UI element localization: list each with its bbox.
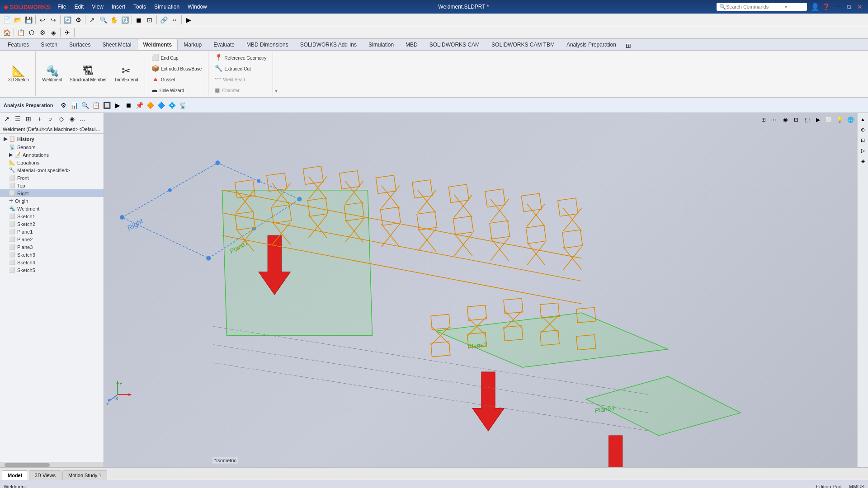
menu-edit[interactable]: Edit (71, 3, 88, 11)
analysis-btn-5[interactable]: 🔲 (102, 100, 112, 110)
panel-circle-btn[interactable]: ○ (45, 114, 55, 124)
viewport[interactable]: Right Plane1 (104, 113, 868, 467)
mate-btn[interactable]: 🔗 (159, 15, 169, 25)
ribbon-btn-ref-geo[interactable]: 📍 Reference Geometry (212, 52, 269, 62)
bottom-tab-motion[interactable]: Motion Study 1 (62, 470, 107, 480)
minimize-button[interactable]: ─ (834, 2, 843, 11)
ribbon-btn-trim[interactable]: ✂ Trim/Extend (111, 64, 141, 84)
right-panel-btn-5[interactable]: ◈ (859, 156, 868, 165)
right-panel-btn-1[interactable]: ▲ (859, 115, 868, 124)
panel-select-btn[interactable]: ↗ (2, 114, 12, 124)
ribbon-expand-btn[interactable]: ▾ (275, 88, 278, 96)
tab-mbd[interactable]: MBD (400, 39, 424, 50)
redo-btn[interactable]: ↪ (48, 15, 58, 25)
menu-insert[interactable]: Insert (108, 3, 129, 11)
panel-filter-btn[interactable]: ◈ (67, 114, 77, 124)
analysis-btn-3[interactable]: 🔍 (80, 100, 90, 110)
part-btn[interactable]: ⬡ (27, 28, 37, 38)
analysis-btn-10[interactable]: 🔷 (156, 100, 166, 110)
left-panel-scroll-thumb[interactable] (5, 463, 50, 467)
ribbon-options-btn[interactable]: ⊞ (624, 41, 633, 50)
ribbon-btn-hole-wizard[interactable]: 🕳 Hole Wizard (149, 85, 187, 95)
ribbon-btn-extruded-cut[interactable]: 🔧 Extruded Cut (212, 63, 253, 73)
rebuild-btn[interactable]: 🔄 (62, 15, 72, 25)
tree-item-plane1[interactable]: ⬜ Plane1 (0, 228, 104, 235)
tab-sketch[interactable]: Sketch (35, 39, 63, 50)
menu-simulation[interactable]: Simulation (151, 3, 183, 11)
ribbon-btn-weldment[interactable]: 🔩 Weldment (39, 64, 65, 84)
display-style-btn[interactable]: ◼ (134, 15, 144, 25)
ribbon-btn-structural[interactable]: 🏗 Structural Member (67, 64, 109, 84)
tab-markup[interactable]: Markup (178, 39, 208, 50)
open-btn[interactable]: 📂 (13, 15, 23, 25)
close-button[interactable]: ✕ (855, 2, 864, 11)
tree-item-sketch5[interactable]: ⬜ Sketch5 (0, 266, 104, 274)
menu-file[interactable]: File (54, 3, 70, 11)
tab-sheet-metal[interactable]: Sheet Metal (96, 39, 137, 50)
ribbon-btn-3d-sketch[interactable]: 📐 3D Sketch (5, 64, 32, 84)
smart-dim-btn[interactable]: ↔ (170, 15, 179, 25)
tree-item-material[interactable]: 🔧 Material <not specified> (0, 166, 104, 174)
viewport-btn-7[interactable]: ⬜ (824, 115, 834, 125)
panel-dim-btn[interactable]: + (34, 114, 44, 124)
viewport-btn-9[interactable]: 🌐 (845, 115, 855, 125)
simulation-btn[interactable]: ▶ (184, 15, 193, 25)
tree-item-weldment[interactable]: 🔩 Weldment (0, 205, 104, 212)
ribbon-btn-gusset[interactable]: 🔺 Gusset (149, 74, 185, 84)
tree-item-plane2[interactable]: ⬜ Plane2 (0, 235, 104, 243)
panel-list-btn[interactable]: ☰ (13, 114, 23, 124)
search-commands-box[interactable]: 🔍 ▾ (717, 3, 807, 11)
tree-item-sketch3[interactable]: ⬜ Sketch3 (0, 251, 104, 258)
tree-item-right[interactable]: ⬜ Right (0, 189, 104, 197)
zoom-btn[interactable]: 🔍 (98, 15, 108, 25)
tab-addins[interactable]: SOLIDWORKS Add-Ins (294, 39, 363, 50)
tree-item-plane3[interactable]: ⬜ Plane3 (0, 243, 104, 251)
new2-btn[interactable]: 📋 (16, 28, 26, 38)
new-btn[interactable]: 📄 (2, 15, 12, 25)
right-panel-btn-3[interactable]: ⊡ (859, 136, 868, 145)
analysis-btn-11[interactable]: 💠 (167, 100, 177, 110)
tree-item-sensors[interactable]: 📡 Sensors (0, 143, 104, 151)
menu-tools[interactable]: Tools (130, 3, 150, 11)
fly-btn[interactable]: ✈ (62, 28, 72, 38)
tab-evaluate[interactable]: Evaluate (208, 39, 241, 50)
viewport-btn-5[interactable]: ⬚ (802, 115, 812, 125)
tree-item-sketch1[interactable]: ⬜ Sketch1 (0, 212, 104, 220)
ribbon-btn-endcap[interactable]: ⬜ End Cap (149, 52, 185, 62)
tab-simulation[interactable]: Simulation (363, 39, 400, 50)
analysis-btn-2[interactable]: 📊 (69, 100, 79, 110)
tree-item-annotations[interactable]: ▶ 📝 Annotations (0, 151, 104, 159)
tree-header-history[interactable]: ▶ 📋 History (0, 135, 104, 143)
panel-feature-btn[interactable]: ⊞ (24, 114, 33, 124)
bottom-tab-3d-views[interactable]: 3D Views (29, 470, 61, 480)
ribbon-btn-extruded-boss[interactable]: 📦 Extruded Boss/Base (149, 63, 205, 73)
user-icon[interactable]: 👤 (811, 3, 820, 11)
tab-cam-tbm[interactable]: SOLIDWORKS CAM TBM (486, 39, 561, 50)
analysis-btn-8[interactable]: 📌 (134, 100, 144, 110)
tree-item-front[interactable]: ⬜ Front (0, 174, 104, 182)
menu-window[interactable]: Window (184, 3, 211, 11)
section-view-btn[interactable]: ⊡ (145, 15, 155, 25)
rotate-btn[interactable]: 🔃 (120, 15, 130, 25)
options-btn[interactable]: ⚙ (73, 15, 83, 25)
viewport-btn-6[interactable]: ▶ (813, 115, 823, 125)
analysis-btn-4[interactable]: 📋 (91, 100, 101, 110)
ribbon-btn-weld-bead[interactable]: 〰 Weld Bead (212, 74, 248, 84)
panel-diamond-btn[interactable]: ◇ (56, 114, 66, 124)
tree-item-sketch2[interactable]: ⬜ Sketch2 (0, 220, 104, 228)
pan-btn[interactable]: ✋ (109, 15, 119, 25)
tree-item-origin[interactable]: ✛ Origin (0, 197, 104, 205)
tab-mbd-dim[interactable]: MBD Dimensions (241, 39, 294, 50)
home-btn[interactable]: 🏠 (2, 28, 12, 38)
analysis-btn-12[interactable]: 📡 (178, 100, 188, 110)
left-panel-scrollbar[interactable] (0, 462, 104, 467)
viewport-btn-3[interactable]: ◉ (780, 115, 790, 125)
viewport-btn-2[interactable]: ↔ (769, 115, 779, 125)
tree-item-top[interactable]: ⬜ Top (0, 182, 104, 189)
help-icon[interactable]: ❓ (822, 3, 830, 10)
panel-more-btn[interactable]: … (78, 114, 88, 124)
tree-item-equations[interactable]: 📐 Equations (0, 159, 104, 166)
right-panel-btn-2[interactable]: ⊕ (859, 125, 868, 134)
menu-view[interactable]: View (88, 3, 107, 11)
tab-surfaces[interactable]: Surfaces (63, 39, 96, 50)
